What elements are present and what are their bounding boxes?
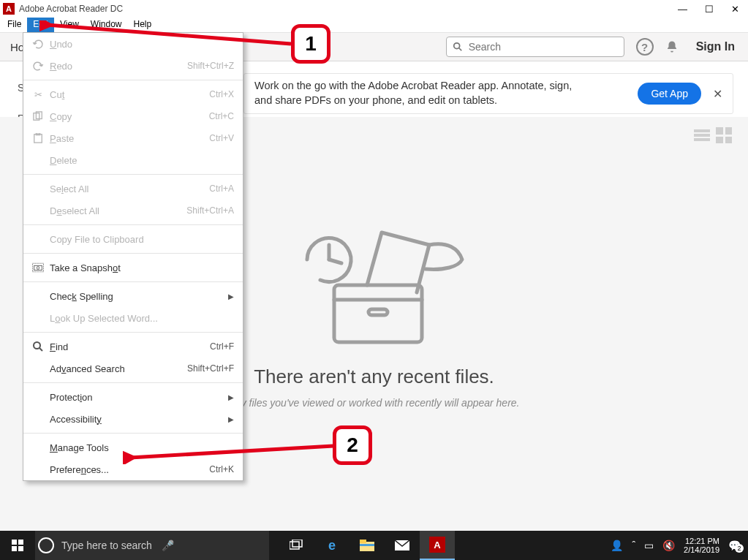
- edit-menu-dropdown: UUndondo Redo Shift+Ctrl+Z ✂ Cut Ctrl+X …: [23, 32, 243, 481]
- svg-rect-21: [290, 542, 299, 549]
- mail-button[interactable]: [385, 531, 420, 560]
- menu-item-snapshot[interactable]: Take a Snapshot: [23, 257, 243, 279]
- tray-chevron-icon[interactable]: ˆ: [632, 540, 635, 551]
- taskbar: Type here to search 🎤 e A 👤 ˆ ▭ 🔇 12:21 …: [0, 531, 748, 560]
- menubar: File Edit View Window Help: [0, 18, 748, 32]
- empty-title: There aren't any recent files.: [229, 366, 520, 388]
- menu-item-delete[interactable]: Delete: [23, 149, 243, 171]
- menu-edit[interactable]: Edit: [27, 18, 54, 32]
- app-icon: A: [3, 3, 15, 15]
- network-icon[interactable]: ▭: [644, 540, 654, 551]
- list-view-button[interactable]: [694, 127, 710, 143]
- menu-window[interactable]: Window: [85, 18, 128, 32]
- menu-item-preferences[interactable]: Preferences... Ctrl+K: [23, 458, 243, 480]
- menu-item-undo[interactable]: UUndondo: [23, 33, 243, 55]
- people-icon[interactable]: 👤: [611, 540, 623, 551]
- redo-icon: [29, 60, 47, 72]
- menu-item-protection[interactable]: Protection ▶: [23, 386, 243, 408]
- acrobat-button[interactable]: A: [420, 531, 455, 560]
- svg-point-8: [37, 267, 39, 270]
- svg-rect-22: [292, 540, 302, 547]
- menu-item-deselect-all[interactable]: Deselect All Shift+Ctrl+A: [23, 200, 243, 222]
- cortana-icon: [38, 537, 54, 553]
- svg-rect-4: [34, 135, 42, 143]
- menu-item-find[interactable]: Find Ctrl+F: [23, 336, 243, 357]
- explorer-button[interactable]: [350, 531, 385, 560]
- search-input[interactable]: [467, 40, 618, 53]
- task-view-button[interactable]: [279, 531, 314, 560]
- svg-point-9: [34, 342, 40, 349]
- svg-line-10: [39, 348, 42, 351]
- cut-icon: ✂: [29, 89, 47, 100]
- getapp-button[interactable]: Get App: [638, 83, 701, 105]
- close-icon[interactable]: ✕: [713, 87, 722, 101]
- menu-view[interactable]: View: [54, 18, 85, 32]
- promo-text: Work on the go with the Adobe Acrobat Re…: [254, 79, 638, 107]
- menu-item-select-all[interactable]: Select All Ctrl+A: [23, 178, 243, 200]
- search-icon: [453, 42, 463, 52]
- annotation-1: 1: [291, 24, 330, 64]
- close-button[interactable]: ✕: [731, 4, 739, 15]
- action-center-icon[interactable]: 💬2: [728, 540, 741, 551]
- menu-item-accessibility[interactable]: Accessibility ▶: [23, 408, 243, 430]
- empty-state: There aren't any recent files. Any files…: [229, 219, 520, 409]
- menu-item-lookup[interactable]: Look Up Selected Word...: [23, 307, 243, 329]
- taskbar-search[interactable]: Type here to search 🎤: [35, 531, 269, 560]
- menu-file[interactable]: File: [1, 18, 27, 32]
- volume-icon[interactable]: 🔇: [662, 540, 675, 551]
- svg-rect-20: [18, 546, 23, 551]
- annotation-2: 2: [333, 425, 372, 465]
- menu-item-copy[interactable]: Copy Ctrl+C: [23, 105, 243, 127]
- menu-item-paste[interactable]: Paste Ctrl+V: [23, 127, 243, 149]
- copy-icon: [29, 111, 47, 121]
- help-button[interactable]: ?: [636, 38, 654, 56]
- menu-help[interactable]: Help: [128, 18, 158, 32]
- svg-line-1: [458, 48, 461, 51]
- undo-icon: [29, 38, 47, 50]
- menu-item-redo[interactable]: Redo Shift+Ctrl+Z: [23, 55, 243, 77]
- edge-button[interactable]: e: [314, 531, 350, 560]
- svg-line-12: [329, 260, 341, 263]
- empty-subtitle: Any files you've viewed or worked with r…: [229, 397, 520, 409]
- maximize-button[interactable]: ☐: [705, 4, 714, 15]
- start-button[interactable]: [0, 540, 35, 551]
- svg-point-0: [453, 43, 459, 49]
- window-title: Adobe Acrobat Reader DC: [19, 4, 678, 14]
- search-box[interactable]: [446, 37, 624, 57]
- search-icon: [29, 341, 47, 352]
- clock[interactable]: 12:21 PM 2/14/2019: [684, 537, 719, 554]
- grid-view-button[interactable]: [716, 127, 732, 143]
- svg-rect-19: [12, 546, 17, 551]
- mic-icon[interactable]: 🎤: [162, 540, 262, 551]
- menu-item-cut[interactable]: ✂ Cut Ctrl+X: [23, 83, 243, 105]
- svg-rect-25: [360, 544, 374, 546]
- svg-rect-24: [360, 540, 366, 543]
- empty-illustration: [279, 219, 469, 351]
- minimize-button[interactable]: —: [678, 4, 687, 15]
- paste-icon: [29, 133, 47, 143]
- window-titlebar: A Adobe Acrobat Reader DC — ☐ ✕: [0, 0, 748, 18]
- signin-button[interactable]: Sign In: [696, 40, 735, 53]
- promo-banner: Work on the go with the Adobe Acrobat Re…: [243, 73, 733, 114]
- svg-rect-17: [12, 540, 17, 545]
- menu-item-adv-search[interactable]: Advanced Search Shift+Ctrl+F: [23, 357, 243, 379]
- menu-item-check-spelling[interactable]: Check Spelling ▶: [23, 285, 243, 307]
- svg-rect-14: [369, 309, 388, 315]
- menu-item-copy-file[interactable]: Copy File to Clipboard: [23, 228, 243, 250]
- svg-rect-18: [18, 540, 23, 545]
- camera-icon: [29, 262, 47, 273]
- taskbar-search-placeholder: Type here to search: [61, 540, 162, 551]
- notifications-icon[interactable]: [665, 40, 679, 53]
- menu-item-manage-tools[interactable]: Manage Tools: [23, 436, 243, 458]
